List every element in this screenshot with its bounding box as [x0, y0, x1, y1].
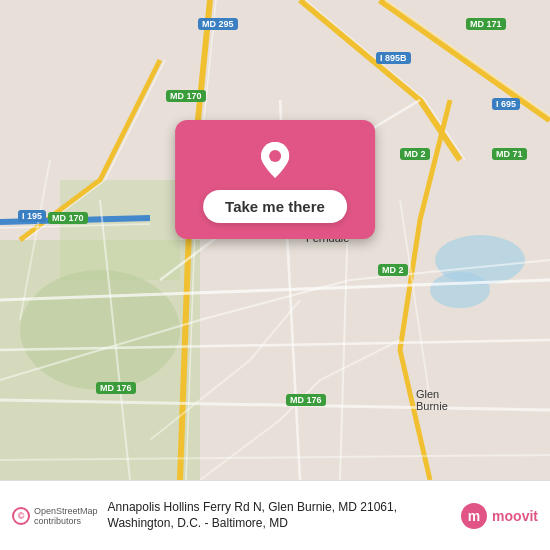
svg-point-2 [430, 272, 490, 308]
road-label-md176-2: MD 176 [286, 394, 326, 406]
road-label-i895b: I 895B [376, 52, 411, 64]
moovit-label: moovit [492, 508, 538, 524]
osm-label: OpenStreetMapcontributors [34, 506, 98, 526]
road-label-md170-2: MD 170 [48, 212, 88, 224]
button-overlay: Take me there [175, 120, 375, 239]
road-label-md2-2: MD 2 [378, 264, 408, 276]
map-container: MD 295 MD 170 MD 170 MD 171 I 895B I 695… [0, 0, 550, 480]
footer: © OpenStreetMapcontributors Annapolis Ho… [0, 480, 550, 550]
road-label-md176-1: MD 176 [96, 382, 136, 394]
svg-point-5 [20, 270, 180, 390]
moovit-icon: m [460, 502, 488, 530]
pink-card: Take me there [175, 120, 375, 239]
road-label-i695: I 695 [492, 98, 520, 110]
svg-text:m: m [468, 508, 480, 524]
take-me-there-button[interactable]: Take me there [203, 190, 347, 223]
osm-logo: © OpenStreetMapcontributors [12, 506, 98, 526]
moovit-logo: m moovit [460, 502, 538, 530]
road-label-i195: I 195 [18, 210, 46, 222]
road-label-md295: MD 295 [198, 18, 238, 30]
svg-point-7 [269, 150, 281, 162]
address-text: Annapolis Hollins Ferry Rd N, Glen Burni… [108, 500, 451, 531]
location-pin-icon [253, 138, 297, 182]
road-label-md71: MD 71 [492, 148, 527, 160]
road-label-md170-1: MD 170 [166, 90, 206, 102]
road-label-md171: MD 171 [466, 18, 506, 30]
road-label-md2-1: MD 2 [400, 148, 430, 160]
osm-icon: © [12, 507, 30, 525]
place-label-glen-burnie: GlenBurnie [416, 388, 448, 412]
